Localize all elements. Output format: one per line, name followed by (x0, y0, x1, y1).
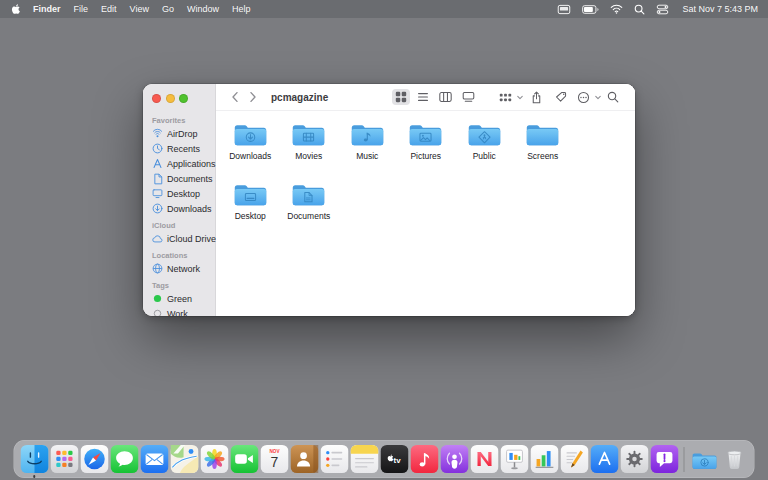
dock-podcasts-icon[interactable] (440, 445, 469, 474)
dock-launchpad-icon[interactable] (50, 445, 79, 474)
dock-downloads-folder-icon[interactable] (690, 445, 719, 474)
wifi-icon[interactable] (610, 4, 623, 14)
group-button[interactable] (496, 90, 515, 105)
menu-file[interactable]: File (74, 4, 89, 14)
folder-label: Downloads (229, 151, 271, 161)
control-center-icon[interactable] (656, 4, 669, 15)
sidebar-item-documents[interactable]: Documents (143, 171, 215, 186)
folder-music[interactable]: Music (338, 121, 397, 181)
sidebar-section-favorites: FavoritesAirDropRecentsApplicationsDocum… (143, 116, 215, 216)
display-icon[interactable] (557, 4, 571, 15)
forward-button[interactable] (246, 89, 260, 105)
sidebar-item-network[interactable]: Network (143, 261, 215, 276)
dock-feedback-assistant-icon[interactable] (650, 445, 679, 474)
dock-tv-icon[interactable]: tv (380, 445, 409, 474)
dock-notes-icon[interactable] (350, 445, 379, 474)
dock-finder-icon[interactable] (20, 445, 49, 474)
icon-view-button[interactable] (392, 89, 410, 105)
svg-text:7: 7 (270, 454, 278, 470)
sidebar-item-desktop[interactable]: Desktop (143, 186, 215, 201)
chevron-down-icon (595, 95, 601, 100)
menu-bar-clock[interactable]: Sat Nov 7 5:43 PM (682, 4, 758, 14)
minimize-button[interactable] (166, 94, 175, 103)
folder-desktop[interactable]: Desktop (221, 181, 280, 241)
sidebar-item-label: Work (167, 309, 188, 317)
sidebar-item-label: Network (167, 264, 200, 274)
sidebar-section-icloud: iCloudiCloud Drive (143, 221, 215, 246)
search-button[interactable] (604, 89, 622, 105)
menu-edit[interactable]: Edit (101, 4, 117, 14)
sidebar-item-label: Green (167, 294, 192, 304)
window-sidebar: FavoritesAirDropRecentsApplicationsDocum… (143, 84, 216, 316)
folder-documents[interactable]: Documents (280, 181, 339, 241)
dock-news-icon[interactable] (470, 445, 499, 474)
sidebar-item-downloads[interactable]: Downloads (143, 201, 215, 216)
chevron-down-icon (517, 95, 523, 100)
dock-pages-icon[interactable] (560, 445, 589, 474)
dock-photos-icon[interactable] (200, 445, 229, 474)
svg-text:tv: tv (393, 456, 401, 465)
window-title: pcmagazine (271, 92, 328, 103)
dock-contacts-icon[interactable] (290, 445, 319, 474)
column-view-button[interactable] (436, 89, 455, 105)
sidebar-item-applications[interactable]: Applications (143, 156, 215, 171)
folder-label: Screens (527, 151, 558, 161)
battery-icon[interactable] (582, 5, 599, 14)
sidebar-item-label: Documents (167, 174, 213, 184)
dock-maps-icon[interactable] (170, 445, 199, 474)
dock-safari-icon[interactable] (80, 445, 109, 474)
running-indicator (33, 475, 36, 478)
more-actions-button[interactable] (574, 89, 593, 106)
globe-icon (152, 263, 163, 274)
menu-go[interactable]: Go (162, 4, 174, 14)
dock-messages-icon[interactable] (110, 445, 139, 474)
dock-keynote-icon[interactable] (500, 445, 529, 474)
share-button[interactable] (528, 89, 545, 106)
folder-movies[interactable]: Movies (280, 121, 339, 181)
sidebar-item-work[interactable]: Work (143, 306, 215, 316)
folder-icon (290, 121, 327, 149)
sidebar-item-recents[interactable]: Recents (143, 141, 215, 156)
tag-button[interactable] (552, 89, 570, 105)
menu-view[interactable]: View (130, 4, 149, 14)
search-icon[interactable] (634, 4, 645, 15)
dock-music-icon[interactable] (410, 445, 439, 474)
back-button[interactable] (228, 89, 242, 105)
list-view-button[interactable] (414, 89, 432, 105)
folder-pictures[interactable]: Pictures (397, 121, 456, 181)
sidebar-section-title: Tags (143, 281, 215, 290)
sidebar-item-icloud-drive[interactable]: iCloud Drive (143, 231, 215, 246)
dock-trash-icon[interactable] (720, 445, 749, 474)
dock-divider (684, 447, 685, 472)
sidebar-item-airdrop[interactable]: AirDrop (143, 126, 215, 141)
dock-calendar-icon[interactable]: NOV7 (260, 445, 289, 474)
zoom-button[interactable] (179, 94, 188, 103)
folder-public[interactable]: Public (455, 121, 514, 181)
menu-window[interactable]: Window (187, 4, 219, 14)
dock-mail-icon[interactable] (140, 445, 169, 474)
dock-reminders-icon[interactable] (320, 445, 349, 474)
sidebar-section-locations: LocationsNetwork (143, 251, 215, 276)
folder-label: Public (473, 151, 496, 161)
menu-help[interactable]: Help (232, 4, 251, 14)
folder-icon (232, 121, 269, 149)
tag-green-icon (152, 294, 163, 303)
sidebar-item-label: AirDrop (167, 129, 198, 139)
dock-app-store-icon[interactable] (590, 445, 619, 474)
sidebar-item-green[interactable]: Green (143, 291, 215, 306)
apple-menu[interactable] (10, 3, 20, 15)
download-circle-icon (152, 203, 163, 214)
folder-label: Music (356, 151, 378, 161)
folder-downloads[interactable]: Downloads (221, 121, 280, 181)
menu-finder[interactable]: Finder (33, 4, 61, 14)
dock-facetime-icon[interactable] (230, 445, 259, 474)
close-button[interactable] (152, 94, 161, 103)
dock-system-preferences-icon[interactable] (620, 445, 649, 474)
dock-numbers-icon[interactable] (530, 445, 559, 474)
sidebar-item-label: Applications (167, 159, 216, 169)
sidebar-section-title: iCloud (143, 221, 215, 230)
airdrop-icon (152, 128, 163, 139)
folder-screens[interactable]: Screens (514, 121, 573, 181)
gallery-view-button[interactable] (459, 89, 478, 105)
folder-label: Movies (295, 151, 322, 161)
